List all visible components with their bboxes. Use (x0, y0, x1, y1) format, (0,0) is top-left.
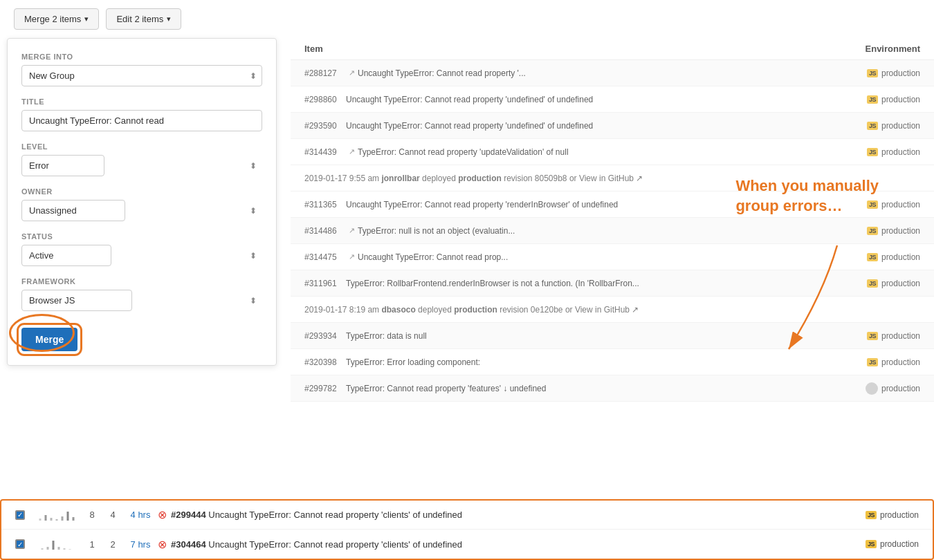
status-label: STATUS (21, 232, 262, 241)
sparkline-2 (33, 537, 75, 551)
issue-title-1: #299444 Uncaught TypeError: Cannot read … (171, 510, 866, 520)
count-2: 1 (82, 539, 102, 550)
selected-rows-container: ✓ 8 4 4 hrs ⊗ #299444 Uncaught TypeError… (0, 499, 934, 560)
merge-label: Merge 2 items (24, 14, 81, 24)
status-select-wrapper: Active (21, 245, 262, 266)
env-2: JS production (866, 539, 919, 549)
title-label: TITLE (21, 97, 262, 106)
merge-button[interactable]: Merge 2 items (14, 8, 99, 30)
merge-into-select-wrapper: New Group (21, 65, 262, 86)
merge-panel: MERGE INTO New Group TITLE LEVEL Error O… (7, 38, 277, 366)
cursor-icon: ↗ (349, 252, 355, 261)
owner-group: OWNER Unassigned (21, 187, 262, 221)
issue-row[interactable]: #288127 ↗ Uncaught TypeError: Cannot rea… (291, 60, 934, 86)
checkbox-1[interactable]: ✓ (15, 510, 25, 520)
checkbox-2[interactable]: ✓ (15, 539, 25, 549)
owner-label: OWNER (21, 187, 262, 196)
issue-row[interactable]: #293590 Uncaught TypeError: Cannot read … (291, 113, 934, 139)
issue-row[interactable]: #298860 Uncaught TypeError: Cannot read … (291, 86, 934, 113)
merge-into-label: MERGE INTO (21, 53, 262, 61)
owner-select-wrapper: Unassigned (21, 200, 262, 221)
title-input[interactable] (21, 110, 262, 131)
main-content: MERGE INTO New Group TITLE LEVEL Error O… (0, 38, 934, 560)
cursor-icon: ↗ (349, 147, 355, 156)
error-icon-2: ⊗ (158, 538, 167, 551)
framework-label: FRAMEWORK (21, 277, 262, 286)
edit-button[interactable]: Edit 2 items (106, 8, 181, 30)
framework-select[interactable]: Browser JS (21, 290, 132, 311)
title-group: TITLE (21, 97, 262, 131)
level-label: LEVEL (21, 142, 262, 151)
merge-into-select[interactable]: New Group (21, 65, 262, 86)
time-1: 4 hrs (123, 510, 158, 520)
sparkline-1 (33, 508, 75, 522)
issues-area: Item Environment #288127 ↗ Uncaught Type… (291, 38, 934, 560)
merge-into-group: MERGE INTO New Group (21, 53, 262, 86)
cursor-icon: ↗ (349, 226, 355, 235)
merge-submit-button[interactable]: Merge (21, 328, 77, 351)
count-1: 8 (82, 510, 102, 520)
env-header: Environment (837, 44, 920, 54)
issue-row[interactable]: #314439 ↗ TypeError: Cannot read propert… (291, 139, 934, 165)
issue-title-2: #304464 Uncaught TypeError: Cannot read … (171, 539, 866, 550)
edit-label: Edit 2 items (116, 14, 163, 24)
level-select[interactable]: Error (21, 155, 104, 176)
item-header: Item (304, 44, 837, 54)
error-icon-1: ⊗ (158, 508, 167, 521)
selected-row[interactable]: ✓ 1 2 7 hrs ⊗ #304464 Uncaught TypeError… (1, 530, 933, 559)
env-1: JS production (866, 510, 919, 520)
users-1: 4 (102, 510, 123, 520)
level-group: LEVEL Error (21, 142, 262, 176)
status-group: STATUS Active (21, 232, 262, 266)
level-select-wrapper: Error (21, 155, 262, 176)
annotation-arrow (768, 239, 851, 363)
selected-row[interactable]: ✓ 8 4 4 hrs ⊗ #299444 Uncaught TypeError… (1, 501, 933, 530)
framework-select-wrapper: Browser JS (21, 290, 262, 311)
time-2: 7 hrs (123, 539, 158, 550)
top-bar: Merge 2 items Edit 2 items (0, 0, 934, 38)
merge-btn-wrapper: Merge (21, 322, 77, 351)
owner-select[interactable]: Unassigned (21, 200, 125, 221)
issues-table-header: Item Environment (291, 38, 934, 60)
cursor-icon: ↗ (349, 68, 355, 77)
issue-row[interactable]: #299782 TypeError: Cannot read property … (291, 375, 934, 402)
framework-group: FRAMEWORK Browser JS (21, 277, 262, 311)
status-select[interactable]: Active (21, 245, 111, 266)
users-2: 2 (102, 539, 123, 550)
annotation-text: When you manuallygroup errors… (735, 176, 879, 216)
